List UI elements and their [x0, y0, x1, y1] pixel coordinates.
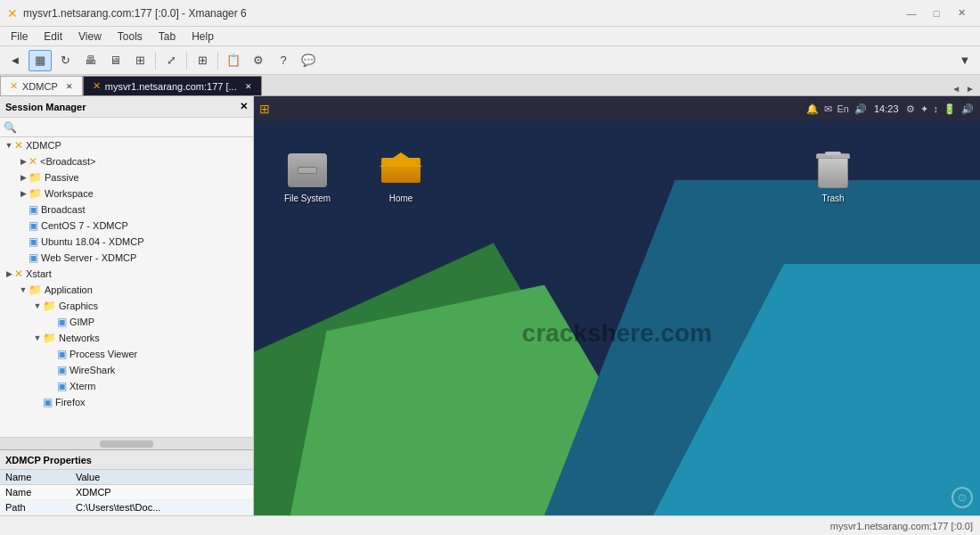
- screenshot-button[interactable]: ⊞: [128, 50, 151, 71]
- tree-item-xstart[interactable]: ▶ ✕ Xstart: [0, 266, 253, 282]
- tab-xdmcp[interactable]: ✕ XDMCP ✕: [0, 76, 83, 95]
- remote-desktop: ⊞ 🔔 ✉ En 🔊 14:23 ⚙ ✦ ↕ 🔋 🔊: [254, 96, 980, 515]
- icon-application: 📁: [29, 284, 42, 296]
- menu-tools[interactable]: Tools: [110, 29, 150, 45]
- desktop-icon-filesystem[interactable]: File System: [276, 145, 339, 207]
- label-firefox: Firefox: [55, 397, 86, 407]
- chat-button[interactable]: 💬: [297, 50, 320, 71]
- tab-next-button[interactable]: ►: [964, 82, 976, 95]
- tree-item-firefox[interactable]: ▣ Firefox: [0, 394, 253, 410]
- home-icon-label: Home: [389, 193, 413, 203]
- help-button[interactable]: ?: [272, 50, 295, 71]
- new-session-button[interactable]: 📋: [222, 50, 245, 71]
- taskbar-time: 14:23: [874, 103, 899, 114]
- tree-item-wireshark[interactable]: ▣ WireShark: [0, 362, 253, 378]
- app-icon: ✕: [7, 6, 18, 21]
- tree-item-gimp[interactable]: ▣ GIMP: [0, 314, 253, 330]
- battery-icon: 🔋: [943, 103, 956, 115]
- layout-button[interactable]: ⊞: [191, 50, 214, 71]
- tree-item-broadcast[interactable]: ▶ ✕ <Broadcast>: [0, 153, 253, 169]
- trash-icon-img: [812, 149, 854, 192]
- tree-item-graphics[interactable]: ▼ 📁 Graphics: [0, 298, 253, 314]
- prop-row-name: Name XDMCP: [0, 485, 253, 500]
- tab-prev-button[interactable]: ◄: [950, 82, 962, 95]
- xdmcp-tab-close[interactable]: ✕: [66, 82, 73, 91]
- tree-item-broadcast2[interactable]: ▣ Broadcast: [0, 202, 253, 218]
- resize-button[interactable]: ⤢: [159, 50, 183, 71]
- menu-file[interactable]: File: [4, 29, 35, 45]
- toggle-networks[interactable]: ▼: [32, 333, 43, 342]
- remote-taskbar: ⊞ 🔔 ✉ En 🔊 14:23 ⚙ ✦ ↕ 🔋 🔊: [254, 96, 980, 121]
- label-gimp: GIMP: [69, 317, 94, 327]
- status-bar: mysvr1.netsarang.com:177 [:0.0]: [0, 515, 980, 535]
- separator3: [217, 52, 218, 70]
- icon-xstart: ✕: [14, 268, 23, 280]
- properties-title: XDMCP Properties: [5, 455, 92, 465]
- title-bar: ✕ mysvr1.netsarang.com:177 [:0.0] - Xman…: [0, 0, 980, 27]
- tree-item-application[interactable]: ▼ 📁 Application: [0, 282, 253, 298]
- monitor-button[interactable]: 🖥: [103, 50, 127, 71]
- remote-tab-close[interactable]: ✕: [245, 82, 252, 91]
- icon-firefox: ▣: [43, 396, 53, 408]
- toggle-workspace[interactable]: ▶: [18, 189, 29, 198]
- session-close-button[interactable]: ✕: [240, 101, 248, 112]
- icon-broadcast2: ▣: [29, 203, 38, 216]
- window-title: mysvr1.netsarang.com:177 [:0.0] - Xmanag…: [23, 7, 247, 20]
- label-ubuntu: Ubuntu 18.04 - XDMCP: [41, 236, 144, 247]
- session-panel: Session Manager ✕ 🔍 ▼ ✕ XDMCP ▶ ✕ <Broad…: [0, 96, 254, 515]
- toggle-xdmcp[interactable]: ▼: [4, 141, 14, 150]
- tree-item-passive[interactable]: ▶ 📁 Passive: [0, 169, 253, 185]
- remote-tab-label: mysvr1.netsarang.com:177 [...: [105, 81, 237, 92]
- toggle-xstart[interactable]: ▶: [4, 269, 14, 278]
- remote-taskbar-right: 🔔 ✉ En 🔊 14:23 ⚙ ✦ ↕ 🔋 🔊: [800, 103, 981, 115]
- tree-item-processviewer[interactable]: ▣ Process Viewer: [0, 346, 253, 362]
- tree-item-networks[interactable]: ▼ 📁 Networks: [0, 330, 253, 346]
- content-area: ⊞ 🔔 ✉ En 🔊 14:23 ⚙ ✦ ↕ 🔋 🔊: [254, 96, 980, 515]
- toggle-passive[interactable]: ▶: [18, 173, 29, 182]
- menu-tab[interactable]: Tab: [151, 29, 183, 45]
- print-button[interactable]: 🖶: [78, 50, 102, 71]
- tree-item-workspace[interactable]: ▶ 📁 Workspace: [0, 185, 253, 202]
- status-text: mysvr1.netsarang.com:177 [:0.0]: [830, 521, 973, 531]
- sessions-button[interactable]: ▦: [29, 50, 52, 71]
- prop-row-path: Path C:\Users\test\Doc...: [0, 500, 253, 515]
- menu-help[interactable]: Help: [184, 29, 221, 45]
- desktop-icon-home[interactable]: Home: [370, 145, 432, 207]
- search-input[interactable]: [20, 122, 249, 133]
- circle-icon: ⊙: [951, 487, 973, 508]
- filesystem-icon-label: File System: [284, 193, 331, 203]
- toggle-broadcast[interactable]: ▶: [18, 157, 29, 166]
- icon-wireshark: ▣: [57, 364, 67, 376]
- toggle-application[interactable]: ▼: [18, 285, 29, 294]
- tab-remote[interactable]: ✕ mysvr1.netsarang.com:177 [... ✕: [83, 76, 262, 95]
- remote-taskbar-logo: ⊞: [254, 102, 275, 116]
- label-broadcast2: Broadcast: [41, 204, 86, 215]
- minimize-button[interactable]: —: [900, 4, 923, 22]
- tree-item-ubuntu[interactable]: ▣ Ubuntu 18.04 - XDMCP: [0, 234, 253, 250]
- menu-bar: File Edit View Tools Tab Help: [0, 27, 980, 46]
- tree-item-centos[interactable]: ▣ CentOS 7 - XDMCP: [0, 218, 253, 234]
- back-button[interactable]: ◄: [4, 50, 27, 71]
- menu-edit[interactable]: Edit: [37, 29, 69, 45]
- refresh-button[interactable]: ↻: [53, 50, 77, 71]
- settings-button[interactable]: ⚙: [247, 50, 270, 71]
- volume-icon: 🔊: [961, 103, 974, 115]
- label-workspace: Workspace: [45, 188, 94, 199]
- session-search: 🔍: [0, 118, 253, 137]
- toggle-graphics[interactable]: ▼: [32, 301, 43, 310]
- more-button[interactable]: ▼: [953, 50, 976, 71]
- tree-item-webserver[interactable]: ▣ Web Server - XDMCP: [0, 250, 253, 266]
- label-xstart: Xstart: [26, 268, 52, 279]
- maximize-button[interactable]: □: [925, 4, 948, 22]
- label-wireshark: WireShark: [69, 365, 115, 375]
- tree-item-xterm[interactable]: ▣ Xterm: [0, 378, 253, 394]
- tree-scrollbar-h[interactable]: [0, 437, 253, 449]
- desktop-icon-trash[interactable]: Trash: [802, 145, 864, 207]
- tree-item-xdmcp[interactable]: ▼ ✕ XDMCP: [0, 137, 253, 153]
- filesystem-icon-img: [286, 149, 329, 192]
- icon-gimp: ▣: [57, 316, 67, 328]
- prop-path-value: C:\Users\test\Doc...: [70, 500, 253, 515]
- icon-xterm: ▣: [57, 380, 67, 392]
- menu-view[interactable]: View: [71, 29, 109, 45]
- close-button[interactable]: ✕: [950, 4, 973, 22]
